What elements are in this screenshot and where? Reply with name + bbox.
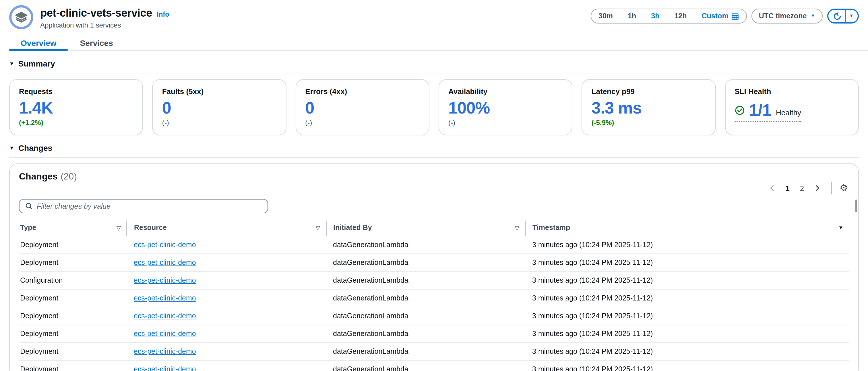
cell-resource: ecs-pet-clinic-demo (127, 289, 326, 307)
sli-health-popover-trigger[interactable]: 1/1 Healthy (735, 101, 801, 123)
errors-card: Errors (4xx) 0 (-) (296, 79, 429, 135)
layers-icon (15, 11, 28, 24)
summary-section-toggle[interactable]: ▼ Summary (9, 59, 859, 73)
metric-delta: (-) (162, 119, 277, 127)
cell-timestamp: 3 minutes ago (10:24 PM 2025-11-12) (525, 236, 849, 254)
table-row: Configurationecs-pet-clinic-demodataGene… (19, 271, 849, 289)
metric-delta: (-) (305, 119, 420, 127)
metric-title: Requests (19, 87, 133, 96)
resource-link[interactable]: ecs-pet-clinic-demo (134, 347, 196, 356)
refresh-options-button[interactable]: ▼ (846, 10, 858, 22)
pagination-page-2[interactable]: 2 (796, 182, 808, 194)
cell-timestamp: 3 minutes ago (10:24 PM 2025-11-12) (525, 307, 849, 325)
resource-link[interactable]: ecs-pet-clinic-demo (134, 276, 196, 284)
metric-title: Availability (448, 87, 563, 96)
sort-descending-icon[interactable]: ▼ (838, 225, 843, 231)
metric-title: Errors (4xx) (305, 87, 420, 96)
column-header-timestamp[interactable]: Timestamp▼ (525, 221, 849, 236)
cell-type: Deployment (19, 236, 127, 254)
cell-timestamp: 3 minutes ago (10:24 PM 2025-11-12) (525, 289, 849, 307)
cell-type: Deployment (19, 307, 127, 325)
time-range-3h[interactable]: 3h (644, 9, 667, 23)
filter-box (19, 199, 268, 213)
cell-resource: ecs-pet-clinic-demo (127, 271, 326, 289)
page-header: pet-clinic-vets-service Info Application… (0, 0, 868, 29)
cell-initiated-by: dataGenerationLambda (326, 343, 525, 360)
sli-health-card: SLI Health 1/1 Healthy (725, 79, 859, 135)
table-tools: 1 2 ⚙ (765, 182, 849, 194)
table-row: Deploymentecs-pet-clinic-demodataGenerat… (19, 325, 849, 343)
tab-services[interactable]: Services (69, 35, 125, 50)
column-filter-icon[interactable]: ▽ (515, 225, 519, 231)
table-scrollbar-thumb[interactable] (856, 200, 857, 212)
custom-label: Custom (702, 9, 728, 23)
time-range-1h[interactable]: 1h (620, 9, 644, 23)
sli-value: 1/1 (749, 101, 771, 119)
changes-table: Type▽ Resource▽ Initiated By▽ Timestamp▼… (19, 221, 849, 371)
changes-table-body: Deploymentecs-pet-clinic-demodataGenerat… (19, 236, 849, 371)
cell-timestamp: 3 minutes ago (10:24 PM 2025-11-12) (525, 325, 849, 343)
gear-icon[interactable]: ⚙ (838, 183, 849, 193)
time-range-custom[interactable]: Custom (694, 9, 746, 23)
cell-initiated-by: dataGenerationLambda (326, 307, 525, 325)
table-row: Deploymentecs-pet-clinic-demodataGenerat… (19, 236, 849, 254)
metric-value: 0 (162, 99, 277, 117)
availability-card: Availability 100% (-) (439, 79, 572, 135)
column-filter-icon[interactable]: ▽ (316, 225, 320, 231)
metric-title: SLI Health (735, 87, 849, 96)
cell-resource: ecs-pet-clinic-demo (127, 307, 326, 325)
summary-section-title: Summary (19, 59, 55, 68)
time-range-12h[interactable]: 12h (667, 9, 694, 23)
cell-type: Deployment (19, 289, 127, 307)
cell-initiated-by: dataGenerationLambda (326, 236, 525, 254)
pagination-prev-button[interactable] (765, 183, 779, 193)
cell-resource: ecs-pet-clinic-demo (127, 325, 326, 343)
cell-timestamp: 3 minutes ago (10:24 PM 2025-11-12) (525, 360, 849, 371)
column-filter-icon[interactable]: ▽ (117, 225, 121, 231)
column-header-type[interactable]: Type▽ (19, 221, 127, 236)
resource-link[interactable]: ecs-pet-clinic-demo (134, 312, 196, 320)
resource-link[interactable]: ecs-pet-clinic-demo (134, 294, 196, 302)
refresh-icon (833, 12, 842, 20)
timezone-dropdown[interactable]: UTC timezone ▼ (751, 9, 823, 24)
changes-panel-title: Changes (19, 171, 58, 181)
table-row: Deploymentecs-pet-clinic-demodataGenerat… (19, 360, 849, 371)
changes-section-toggle[interactable]: ▼ Changes (9, 143, 859, 158)
column-header-resource[interactable]: Resource▽ (127, 221, 326, 236)
tab-overview[interactable]: Overview (9, 35, 68, 50)
cell-initiated-by: dataGenerationLambda (326, 254, 525, 271)
chevron-down-icon: ▼ (9, 145, 14, 151)
metric-delta: (+1.2%) (19, 119, 133, 127)
info-link[interactable]: Info (157, 10, 169, 18)
resource-link[interactable]: ecs-pet-clinic-demo (134, 259, 196, 267)
cell-timestamp: 3 minutes ago (10:24 PM 2025-11-12) (525, 271, 849, 289)
table-row: Deploymentecs-pet-clinic-demodataGenerat… (19, 343, 849, 360)
latency-card: Latency p99 3.3 ms (-5.9%) (582, 79, 716, 135)
cell-timestamp: 3 minutes ago (10:24 PM 2025-11-12) (525, 254, 849, 271)
metric-value: 100% (448, 99, 563, 117)
cell-initiated-by: dataGenerationLambda (326, 325, 525, 343)
check-circle-icon (735, 105, 744, 115)
resource-link[interactable]: ecs-pet-clinic-demo (134, 365, 196, 371)
cell-type: Configuration (19, 271, 127, 289)
column-header-initiated-by[interactable]: Initiated By▽ (326, 221, 525, 236)
metric-value: 1.4K (19, 99, 133, 117)
cell-initiated-by: dataGenerationLambda (326, 289, 525, 307)
pagination-page-1[interactable]: 1 (781, 182, 794, 194)
cell-resource: ecs-pet-clinic-demo (127, 254, 326, 271)
refresh-button[interactable] (828, 10, 846, 22)
metric-title: Faults (5xx) (162, 87, 277, 96)
summary-cards: Requests 1.4K (+1.2%) Faults (5xx) 0 (-)… (9, 79, 859, 135)
resource-link[interactable]: ecs-pet-clinic-demo (134, 330, 196, 338)
changes-count: (20) (61, 171, 77, 181)
time-controls: 30m 1h 3h 12h Custom UTC timezone (590, 5, 859, 24)
cell-timestamp: 3 minutes ago (10:24 PM 2025-11-12) (525, 343, 849, 360)
pagination-next-button[interactable] (810, 183, 824, 193)
time-range-30m[interactable]: 30m (591, 9, 620, 23)
resource-link[interactable]: ecs-pet-clinic-demo (134, 241, 196, 249)
cell-type: Deployment (19, 343, 127, 360)
cell-resource: ecs-pet-clinic-demo (127, 360, 326, 371)
filter-changes-input[interactable] (37, 202, 262, 210)
cell-initiated-by: dataGenerationLambda (326, 360, 525, 371)
table-row: Deploymentecs-pet-clinic-demodataGenerat… (19, 254, 849, 271)
